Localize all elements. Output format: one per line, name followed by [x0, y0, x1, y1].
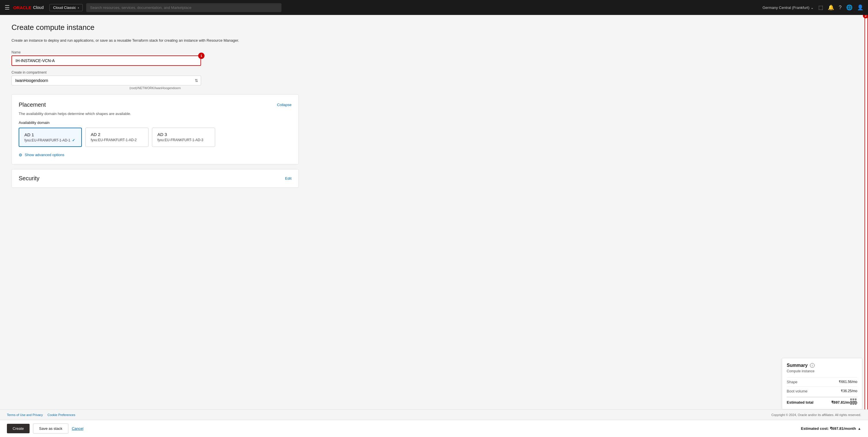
region-selector[interactable]: Germany Central (Frankfurt) ⌄ [763, 5, 814, 10]
topnav-right-actions: Germany Central (Frankfurt) ⌄ ⬚ 🔔 ? 🌐 👤 [763, 4, 863, 11]
security-edit-link[interactable]: Edit [285, 176, 291, 180]
estimated-cost-text: Estimated cost: ₹697.81/month [801, 426, 856, 427]
summary-boot-volume-label: Boot volume [787, 389, 807, 393]
summary-panel: Summary i Compute instance Shape ₹661.56… [782, 358, 862, 409]
summary-info-icon[interactable]: i [810, 363, 814, 368]
security-title: Security [19, 175, 39, 182]
hamburger-menu-icon[interactable]: ☰ [5, 4, 10, 11]
placement-section-header: Placement Collapse [19, 101, 291, 108]
ad-1-check-icon: ✓ [72, 138, 75, 142]
compartment-select[interactable]: IwanHoogendoorn [11, 76, 201, 85]
page-title: Create compute instance [11, 23, 299, 32]
ad-2-name: AD 2 [91, 132, 143, 137]
show-advanced-link[interactable]: ⚙ Show advanced options [19, 153, 291, 157]
collapse-link[interactable]: Collapse [277, 103, 291, 107]
cloud-wordmark: Cloud [33, 5, 44, 10]
cloud-shell-icon[interactable]: ⬚ [818, 4, 823, 11]
summary-subtitle: Compute instance [787, 369, 857, 373]
estimated-cost-chevron-icon: ▲ [858, 427, 861, 427]
name-field-group: Name 1 [11, 50, 299, 66]
estimated-cost-summary[interactable]: Estimated cost: ₹697.81/month ▲ [801, 426, 861, 427]
placement-section: Placement Collapse The availability doma… [11, 94, 299, 165]
compartment-label: Create in compartment [11, 70, 299, 75]
badge-1: 1 [198, 53, 205, 59]
name-label: Name [11, 50, 299, 54]
placement-title: Placement [19, 101, 46, 108]
ad-1-card[interactable]: AD 1 fyxu:EU-FRANKFURT-1-AD-1 ✓ [19, 128, 82, 147]
summary-title-row: Summary i [787, 363, 857, 368]
summary-boot-volume-value: ₹36.25/mo [841, 389, 857, 393]
page-description: Create an instance to deploy and run app… [11, 38, 299, 43]
availability-domain-label: Availability domain [19, 120, 291, 125]
ad-3-name: AD 3 [157, 132, 210, 137]
compartment-select-wrapper: IwanHoogendoorn ⇅ [11, 76, 201, 85]
security-section-header: Security Edit [19, 175, 291, 182]
summary-shape-row: Shape ₹661.56/mo [787, 377, 857, 386]
summary-boot-volume-row: Boot volume ₹36.25/mo [787, 386, 857, 396]
compartment-field-group: Create in compartment IwanHoogendoorn ⇅ … [11, 70, 299, 90]
search-input[interactable] [86, 3, 281, 12]
instance-name-input[interactable] [11, 56, 201, 66]
cookie-preferences-link[interactable]: Cookie Preferences [48, 413, 75, 416]
language-icon[interactable]: 🌐 [846, 4, 852, 11]
oracle-logo: ORACLE Cloud [13, 5, 44, 10]
ad-1-name: AD 1 [24, 132, 76, 137]
cancel-button[interactable]: Cancel [72, 424, 83, 427]
security-section: Security Edit [11, 169, 299, 188]
terms-link[interactable]: Terms of Use and Privacy [7, 413, 43, 416]
main-container: Create compute instance Create an instan… [0, 15, 868, 427]
app-switcher-icon[interactable] [849, 397, 858, 406]
ad-2-detail: fyxu:EU-FRANKFURT-1-AD-2 [91, 138, 143, 142]
footer-links: Terms of Use and Privacy Cookie Preferen… [7, 413, 75, 416]
summary-title: Summary [787, 363, 808, 368]
ad-1-detail: fyxu:EU-FRANKFURT-1-AD-1 ✓ [24, 138, 76, 142]
sliders-icon: ⚙ [19, 153, 22, 157]
scroll-indicator[interactable]: 2 [865, 15, 868, 427]
footer-copyright: Copyright © 2024, Oracle and/or its affi… [772, 413, 861, 416]
bottom-action-bar: Create Save as stack Cancel Estimated co… [0, 420, 868, 427]
compartment-path: (root)/NETWORK/IwanHoogendoorn [11, 86, 299, 90]
summary-shape-value: ₹661.56/mo [839, 380, 857, 384]
ad-3-card[interactable]: AD 3 fyxu:EU-FRANKFURT-1-AD-3 [152, 128, 215, 147]
dots-grid [850, 399, 857, 405]
summary-total-row: Estimated total ₹697.81/month [787, 397, 857, 405]
availability-domain-options: AD 1 fyxu:EU-FRANKFURT-1-AD-1 ✓ AD 2 fyx… [19, 128, 291, 147]
oracle-wordmark: ORACLE [13, 5, 31, 10]
help-icon[interactable]: ? [839, 5, 842, 11]
user-avatar-icon[interactable]: 👤 [857, 4, 863, 11]
create-button[interactable]: Create [7, 424, 30, 427]
notification-bell-icon[interactable]: 🔔 [828, 4, 834, 11]
cloud-classic-button[interactable]: Cloud Classic › [50, 4, 83, 11]
summary-total-label: Estimated total [787, 400, 813, 405]
ad-2-card[interactable]: AD 2 fyxu:EU-FRANKFURT-1-AD-2 [85, 128, 149, 147]
ad-3-detail: fyxu:EU-FRANKFURT-1-AD-3 [157, 138, 210, 142]
save-as-stack-button[interactable]: Save as stack [33, 424, 68, 427]
top-navigation: ☰ ORACLE Cloud Cloud Classic › Germany C… [0, 0, 868, 15]
content-area: Create compute instance Create an instan… [0, 15, 310, 427]
page-footer: Terms of Use and Privacy Cookie Preferen… [0, 409, 868, 420]
summary-shape-label: Shape [787, 380, 798, 384]
name-input-wrapper: 1 [11, 56, 201, 66]
placement-description: The availability domain helps determine … [19, 112, 291, 116]
